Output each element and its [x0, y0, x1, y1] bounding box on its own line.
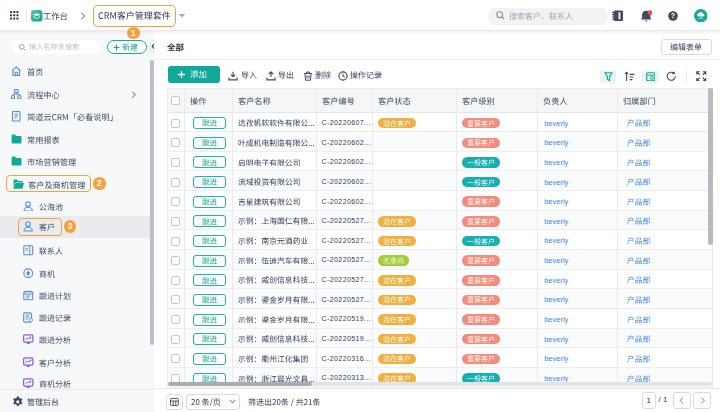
svg-text:?: ? [671, 12, 675, 19]
